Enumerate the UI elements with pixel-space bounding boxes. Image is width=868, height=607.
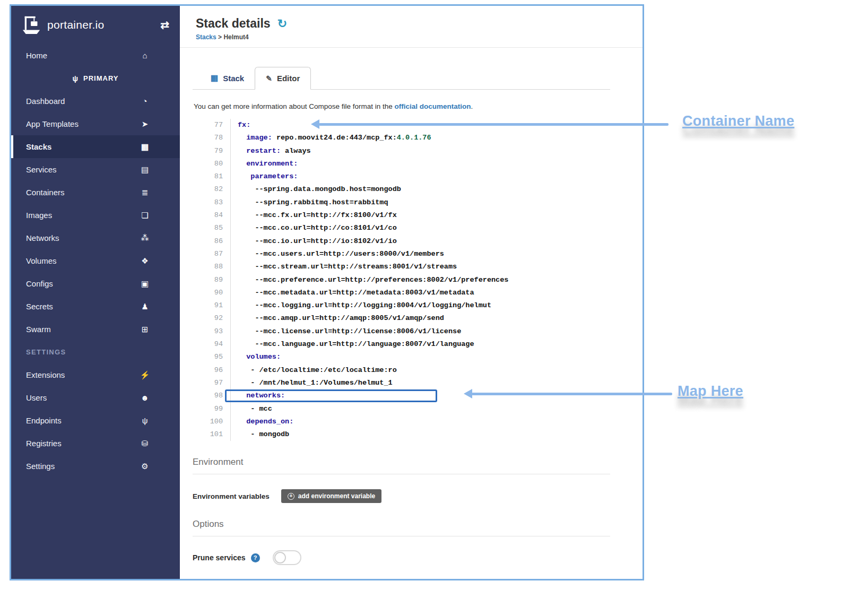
code-line-100[interactable]: 100 depends_on: (193, 415, 610, 428)
plus-circle-icon: + (288, 493, 294, 500)
refresh-icon[interactable]: ↻ (277, 17, 287, 31)
page-title: Stack details (196, 16, 271, 31)
sidebar-collapse-icon[interactable]: ⇄ (160, 19, 169, 31)
code-line-78[interactable]: 78 image: repo.moovit24.de:443/mcp_fx:4.… (193, 132, 610, 144)
sidebar-item-registries[interactable]: Registries⛁ (11, 432, 180, 455)
map-here-arrow (472, 393, 672, 395)
info-suffix: . (471, 102, 473, 110)
sidebar-item-stacks[interactable]: Stacks▦ (11, 135, 180, 158)
official-documentation-link[interactable]: official documentation (394, 102, 471, 110)
code-line-97[interactable]: 97 - /mnt/helmut_1:/Volumes/helmut_1 (193, 377, 610, 389)
sidebar-item-endpoints[interactable]: Endpointsψ (11, 409, 180, 432)
sidebar-item-containers[interactable]: Containers≣ (11, 181, 180, 204)
line-number: 86 (193, 235, 231, 248)
sidebar-item-configs[interactable]: Configs▣ (11, 272, 180, 295)
tab-stack[interactable]: ▦ Stack (200, 67, 255, 89)
sidebar-item-settings[interactable]: Settings⚙ (11, 455, 180, 478)
gears-icon: ⚙ (138, 462, 151, 471)
code-line-85[interactable]: 85 --mcc.co.url=http://co:8101/v1/co (193, 222, 610, 235)
annotation-container-name: Container Name (682, 113, 794, 129)
code-text: --spring.rabbitmq.host=rabbitmq (231, 196, 388, 209)
add-environment-variable-button[interactable]: + add environment variable (281, 489, 381, 503)
line-number: 97 (193, 377, 231, 389)
sidebar-item-label: Stacks (26, 142, 51, 151)
sidebar-section-label: PRIMARY (83, 74, 118, 82)
code-line-79[interactable]: 79 restart: always (193, 145, 610, 158)
sidebar-item-networks[interactable]: Networks⁂ (11, 227, 180, 249)
sidebar-item-volumes[interactable]: Volumes❖ (11, 249, 180, 272)
prune-services-label: Prune services (193, 553, 246, 562)
info-prefix: You can get more information about Compo… (194, 102, 394, 110)
code-line-90[interactable]: 90 --mcc.metadata.url=http://metadata:80… (193, 287, 610, 299)
images-icon: ❏ (138, 211, 151, 220)
tab-editor[interactable]: ✎ Editor (255, 67, 311, 90)
sidebar-item-label: Users (26, 393, 47, 402)
line-number: 79 (193, 145, 231, 158)
question-circle-icon[interactable]: ? (251, 553, 260, 562)
code-line-82[interactable]: 82 --spring.data.mongodb.host=mongodb (193, 183, 610, 196)
code-line-94[interactable]: 94 --mcc.language.url=http://language:80… (193, 338, 610, 351)
code-text: parameters: (231, 170, 298, 183)
code-line-81[interactable]: 81 parameters: (193, 170, 610, 183)
sidebar-item-secrets[interactable]: Secrets♟ (11, 295, 180, 318)
breadcrumb-stacks-link[interactable]: Stacks (196, 33, 216, 41)
services-list-icon: ▤ (138, 165, 151, 175)
app-frame: portainer.io ⇄ Home⌂ψPRIMARYDashboard◔Ap… (10, 4, 644, 580)
sidebar-nav: Home⌂ψPRIMARYDashboard◔App Templates➤Sta… (11, 44, 180, 478)
code-text: - /mnt/helmut_1:/Volumes/helmut_1 (231, 377, 393, 389)
code-text: --mcc.stream.url=http://streams:8001/v1/… (231, 261, 457, 273)
sitemap-icon: ⁂ (138, 233, 151, 243)
code-text: --mcc.preference.url=http://preferences:… (231, 274, 508, 287)
code-text: --mcc.metadata.url=http://metadata:8003/… (231, 287, 474, 299)
sidebar-item-label: Endpoints (26, 416, 62, 425)
line-number: 87 (193, 248, 231, 261)
containers-icon: ≣ (138, 188, 151, 197)
line-number: 82 (193, 183, 231, 196)
code-line-84[interactable]: 84 --mcc.fx.url=http://fx:8100/v1/fx (193, 209, 610, 222)
code-line-80[interactable]: 80 environment: (193, 158, 610, 170)
code-line-88[interactable]: 88 --mcc.stream.url=http://streams:8001/… (193, 261, 610, 273)
sidebar-item-label: App Templates (26, 119, 79, 128)
sidebar-item-images[interactable]: Images❏ (11, 204, 180, 227)
line-number: 90 (193, 287, 231, 299)
code-line-89[interactable]: 89 --mcc.preference.url=http://preferenc… (193, 274, 610, 287)
environment-variables-row: Environment variables + add environment … (193, 489, 610, 503)
stacks-icon: ▦ (138, 142, 151, 152)
sidebar-item-users[interactable]: Users☻ (11, 386, 180, 409)
sidebar-item-home[interactable]: Home⌂ (11, 44, 180, 67)
content: ▦ Stack ✎ Editor You can get more inform… (180, 48, 643, 579)
code-text: --mcc.io.url=http://io:8102/v1/io (231, 235, 397, 248)
code-line-83[interactable]: 83 --spring.rabbitmq.host=rabbitmq (193, 196, 610, 209)
sidebar-item-extensions[interactable]: Extensions⚡ (11, 363, 180, 386)
code-text: - mongodb (231, 428, 289, 441)
dashboard-icon: ◔ (138, 97, 151, 106)
line-number: 81 (193, 170, 231, 183)
code-line-98[interactable]: 98 networks: (193, 389, 610, 402)
sidebar-item-dashboard[interactable]: Dashboard◔ (11, 90, 180, 112)
user-secret-icon: ♟ (138, 302, 151, 311)
sidebar-item-label: Containers (26, 188, 65, 197)
sidebar-item-services[interactable]: Services▤ (11, 158, 180, 181)
sidebar-item-swarm[interactable]: Swarm⊞ (11, 318, 180, 341)
code-line-95[interactable]: 95 volumes: (193, 351, 610, 363)
code-line-93[interactable]: 93 --mcc.license.url=http://license:8006… (193, 325, 610, 338)
annotation-map-here: Map Here (678, 383, 743, 400)
code-line-86[interactable]: 86 --mcc.io.url=http://io:8102/v1/io (193, 235, 610, 248)
home-icon: ⌂ (138, 51, 151, 60)
line-number: 92 (193, 312, 231, 325)
code-line-92[interactable]: 92 --mcc.amqp.url=http://amqp:8005/v1/am… (193, 312, 610, 325)
code-line-91[interactable]: 91 --mcc.logging.url=http://logging:8004… (193, 299, 610, 312)
code-text: volumes: (231, 351, 281, 363)
code-text: - /etc/localtime:/etc/localtime:ro (231, 364, 397, 377)
line-number: 100 (193, 415, 231, 428)
main: Stack details ↻ Stacks > Helmut4 ▦ Stack (180, 6, 643, 579)
sidebar-item-app-templates[interactable]: App Templates➤ (11, 112, 180, 135)
title-row: Stack details ↻ (196, 16, 643, 31)
code-line-96[interactable]: 96 - /etc/localtime:/etc/localtime:ro (193, 364, 610, 377)
sidebar-item-label: Volumes (26, 256, 57, 265)
code-line-99[interactable]: 99 - mcc (193, 403, 610, 415)
prune-services-toggle[interactable] (273, 550, 301, 565)
tab-editor-label: Editor (277, 74, 300, 83)
code-line-87[interactable]: 87 --mcc.users.url=http://users:8000/v1/… (193, 248, 610, 261)
code-line-101[interactable]: 101 - mongodb (193, 428, 610, 441)
